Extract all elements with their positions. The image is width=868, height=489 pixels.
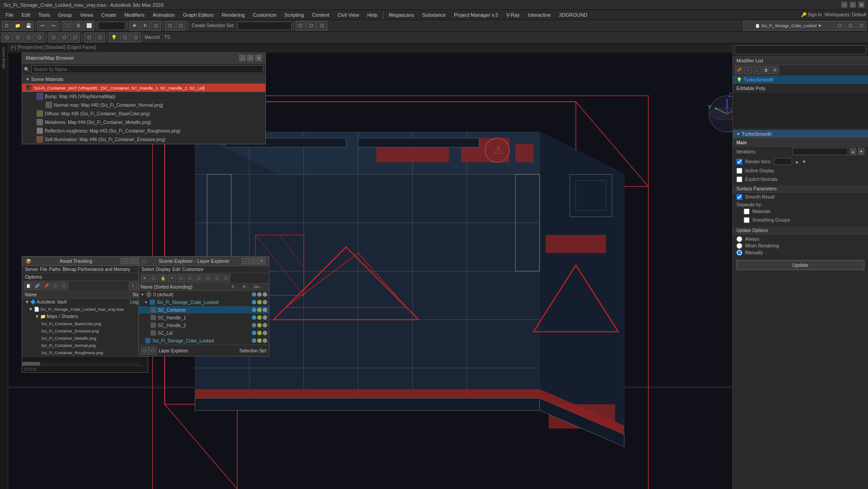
at-row-maps[interactable]: ▼ 📁 Maps / Shaders bbox=[22, 313, 148, 320]
mat-browser-maximize[interactable]: □ bbox=[247, 55, 254, 61]
menu-vray[interactable]: V-Ray bbox=[503, 11, 524, 19]
update-button[interactable]: Update bbox=[736, 260, 864, 270]
mirror-btn[interactable]: ⬡ bbox=[165, 21, 175, 31]
se-lock[interactable]: 🔒 bbox=[159, 274, 167, 282]
map-metalness[interactable]: Metalness: Map #44 (Sci_Fi_Container_Met… bbox=[22, 118, 265, 127]
at-menu-bitmap[interactable]: Bitmap Performance and Memory bbox=[62, 267, 130, 272]
se-menu-customize[interactable]: Customize bbox=[182, 267, 203, 272]
snap-toggle[interactable]: ⬡ bbox=[2, 33, 12, 43]
se-tb-btn5[interactable]: ⬡ bbox=[177, 274, 185, 282]
open-btn[interactable]: 📁 bbox=[13, 21, 23, 31]
toolbar-extra1[interactable]: ⬡ bbox=[835, 21, 844, 31]
map-normal[interactable]: Normal map: Map #40 (Sci_Fi_Container_No… bbox=[22, 101, 265, 109]
se-tb-btn6[interactable]: ⬡ bbox=[186, 274, 194, 282]
menu-edit[interactable]: Edit bbox=[18, 11, 34, 19]
se-tb-btn10[interactable]: ⬡ bbox=[222, 274, 230, 282]
at-minimize[interactable]: – bbox=[121, 258, 128, 264]
at-menu-paths[interactable]: Paths bbox=[49, 267, 61, 272]
at-row-emissive[interactable]: Sci_Fi_Container_Emissive.png Ok bbox=[22, 328, 148, 335]
menu-project-manager[interactable]: Project Manager v.3 bbox=[450, 11, 502, 19]
update-always-radio[interactable] bbox=[736, 236, 742, 242]
select-object-btn[interactable]: ⬛ bbox=[62, 21, 72, 31]
at-row-normal[interactable]: Sci_Fi_Container_Normal.png Ok bbox=[22, 342, 148, 349]
menu-tools[interactable]: Tools bbox=[35, 11, 54, 19]
menu-animation[interactable]: Animation bbox=[149, 11, 179, 19]
at-row-max-file[interactable]: ▼ 📄 Sci_Fi_Storage_Crate_Locked_max_vray… bbox=[22, 306, 148, 313]
at-row-metallic[interactable]: Sci_Fi_Container_Metallic.png Ok bbox=[22, 335, 148, 342]
minimize-btn[interactable]: ─ bbox=[841, 2, 847, 8]
menu-substance[interactable]: Substance bbox=[419, 11, 449, 19]
maximize-btn[interactable]: □ bbox=[850, 2, 856, 8]
undo-btn[interactable]: ↩ bbox=[38, 21, 47, 31]
render-iters-input[interactable]: 2 bbox=[774, 158, 792, 165]
redo-btn[interactable]: ↪ bbox=[48, 21, 58, 31]
se-tb-btn8[interactable]: ⬡ bbox=[204, 274, 212, 282]
at-menu-file[interactable]: File bbox=[40, 267, 47, 272]
menu-content[interactable]: Content bbox=[308, 11, 333, 19]
close-btn[interactable]: ✕ bbox=[859, 2, 864, 8]
menu-views[interactable]: Views bbox=[76, 11, 97, 19]
material-item-main[interactable]: Sci-Fi_Container_MAT (VRayMtl) : [SC_Con… bbox=[22, 84, 265, 92]
se-minimize[interactable]: – bbox=[242, 258, 249, 264]
angle-snap[interactable]: ⬡ bbox=[13, 33, 23, 43]
quixel-bridge-label[interactable]: Quixel Bridge bbox=[2, 45, 6, 71]
mat-search-input[interactable] bbox=[31, 65, 264, 73]
window-controls[interactable]: ─ □ ✕ bbox=[841, 2, 864, 8]
map-roughness[interactable]: Reflection roughness: Map #43 (Sci_Fi_Co… bbox=[22, 127, 265, 135]
modifier-move-up[interactable]: ↑ bbox=[744, 66, 752, 74]
select-by-name-btn[interactable]: ☰ bbox=[73, 21, 83, 31]
new-scene-btn[interactable]: 🗋 bbox=[2, 21, 12, 31]
turbosmooth-modifier[interactable]: 💡 TurboSmooth bbox=[733, 76, 868, 84]
filter-input[interactable]: All bbox=[98, 22, 125, 30]
at-tb-btn1[interactable]: 📋 bbox=[24, 282, 32, 290]
modifier-pin-btn[interactable]: 📌 bbox=[735, 66, 743, 74]
at-help-btn[interactable]: ? bbox=[129, 282, 137, 290]
environment-btn[interactable]: ⬡ bbox=[120, 33, 130, 43]
render-effects-btn[interactable]: ⬡ bbox=[131, 33, 141, 43]
menu-customize[interactable]: Customize bbox=[249, 11, 280, 19]
smooth-result-input[interactable] bbox=[736, 194, 742, 200]
render-iters-up[interactable]: ▲ bbox=[795, 159, 799, 164]
at-tb-btn4[interactable]: ⬡ bbox=[51, 282, 59, 290]
viewport-btns[interactable]: ⬡ bbox=[95, 33, 105, 43]
iterations-input[interactable]: 0 bbox=[793, 148, 848, 155]
se-layer-explore-btn[interactable]: ⬡ bbox=[141, 347, 149, 355]
se-filter[interactable]: ⬡ bbox=[150, 274, 158, 282]
render-iters-checkbox[interactable] bbox=[736, 159, 742, 165]
percent-snap[interactable]: ⬡ bbox=[24, 33, 33, 43]
editable-poly-modifier[interactable]: Editable Poly bbox=[733, 84, 868, 93]
se-layer-btn2[interactable]: ⬡ bbox=[149, 347, 157, 355]
at-scrollbar-thumb[interactable] bbox=[22, 362, 40, 366]
modifier-settings[interactable]: ⚙ bbox=[771, 66, 779, 74]
toolbar-extra2[interactable]: ⬡ bbox=[845, 21, 855, 31]
se-close-all[interactable]: ✕ bbox=[141, 274, 149, 282]
save-btn[interactable]: 💾 bbox=[24, 21, 33, 31]
se-menu-select[interactable]: Select bbox=[142, 267, 154, 272]
turbosmooth-section-header[interactable]: ▼ TurboSmooth bbox=[733, 130, 868, 138]
render-btn[interactable]: ⬡ bbox=[317, 21, 327, 31]
at-row-vault[interactable]: ▼ 🔷 Autodesk Vault Logged bbox=[22, 299, 148, 306]
se-menu-display[interactable]: Display bbox=[156, 267, 171, 272]
map-emissive[interactable]: Self-Illumination: Map #46 (Sci_Fi_Conta… bbox=[22, 135, 265, 144]
menu-create[interactable]: Create bbox=[98, 11, 120, 19]
move-btn[interactable]: ✥ bbox=[129, 21, 139, 31]
light-lister[interactable]: 💡 bbox=[109, 33, 119, 43]
menu-rendering[interactable]: Rendering bbox=[218, 11, 249, 19]
materials-input[interactable] bbox=[744, 209, 750, 214]
mat-browser-header[interactable]: Material/Map Browser – □ ✕ bbox=[22, 53, 265, 63]
mat-browser-minimize[interactable]: – bbox=[239, 55, 245, 61]
menu-help[interactable]: Help bbox=[363, 11, 381, 19]
map-diffuse[interactable]: Diffuse: Map #36 (Sci_Fi_Container_BaseC… bbox=[22, 109, 265, 118]
se-tb-btn7[interactable]: ⬡ bbox=[195, 274, 203, 282]
menu-megascans[interactable]: Megascans bbox=[385, 11, 418, 19]
se-row-default-layer[interactable]: ▼ 0 (default) bbox=[139, 291, 269, 299]
se-row-container[interactable]: SC_Container bbox=[139, 306, 269, 314]
se-menu-edit[interactable]: Edit bbox=[173, 267, 180, 272]
schematic-view-btn[interactable]: ⬡ bbox=[70, 33, 80, 43]
se-row-crate-group[interactable]: ▼ Sci_Fi_Storage_Crate_Locked bbox=[139, 299, 269, 306]
mat-browser-close[interactable]: ✕ bbox=[255, 55, 262, 61]
scale-btn[interactable]: ⬡ bbox=[151, 21, 161, 31]
menu-graph-editors[interactable]: Graph Editors bbox=[179, 11, 217, 19]
modifier-move-down[interactable]: ↓ bbox=[753, 66, 761, 74]
explicit-normals-input[interactable] bbox=[736, 176, 742, 182]
